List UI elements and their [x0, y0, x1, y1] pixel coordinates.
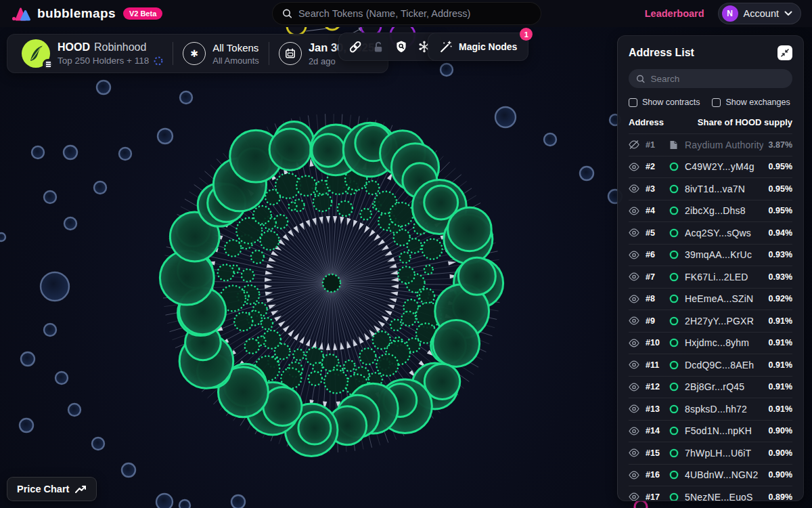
address-row[interactable]: #4 2ibcXg...Dhs8 0.95%	[629, 200, 792, 222]
background-bubble[interactable]	[156, 494, 173, 508]
dotted-holder-bubble[interactable]	[344, 360, 355, 371]
visibility-toggle-eye-icon[interactable]	[629, 360, 640, 369]
address-row[interactable]: #10 Hxjdmc...8yhm 0.91%	[629, 332, 792, 354]
address-row[interactable]: #8 HeEmeA...SZiN 0.92%	[629, 288, 792, 310]
dotted-holder-bubble[interactable]	[360, 209, 371, 219]
dotted-holder-bubble[interactable]	[390, 203, 413, 226]
price-chart-button[interactable]: Price Chart	[7, 477, 97, 501]
leaderboard-link[interactable]: Leaderboard	[645, 8, 704, 19]
visibility-toggle-eye-icon[interactable]	[629, 339, 640, 347]
background-bubble[interactable]	[0, 233, 5, 241]
address-row[interactable]: #13 8spksD...hh72 0.91%	[629, 398, 792, 420]
address-row[interactable]: #12 2Bj8Gr...rQ45 0.91%	[629, 376, 792, 398]
outer-holder-bubble[interactable]	[312, 134, 345, 167]
brand-logo[interactable]: bubblemaps V2 Beta	[11, 5, 162, 22]
address-row[interactable]: #7 FK67Li...2LED 0.93%	[629, 266, 792, 288]
token-search-bar[interactable]	[272, 2, 541, 25]
visibility-toggle-eye-icon[interactable]	[629, 272, 640, 281]
dotted-holder-bubble[interactable]	[359, 348, 376, 364]
dotted-holder-bubble[interactable]	[293, 350, 304, 360]
magic-nodes-button[interactable]: Magic Nodes 1	[428, 33, 528, 61]
address-row[interactable]: #2 C49W2Y...yM4g 0.95%	[629, 156, 792, 178]
show-exchanges-checkbox[interactable]: Show exchanges	[712, 98, 790, 107]
lock-layout-button[interactable]	[369, 37, 388, 57]
outer-holder-bubble[interactable]	[269, 129, 311, 170]
visibility-toggle-eye-off-icon[interactable]	[629, 140, 640, 149]
dotted-holder-bubble[interactable]	[251, 251, 264, 263]
visibility-toggle-eye-icon[interactable]	[629, 184, 640, 193]
dotted-holder-bubble[interactable]	[242, 269, 254, 281]
address-row[interactable]: #6 39mqAA...KrUc 0.93%	[629, 244, 792, 266]
dotted-holder-bubble[interactable]	[253, 206, 271, 224]
collapse-panel-button[interactable]	[777, 45, 792, 60]
visibility-toggle-eye-icon[interactable]	[629, 228, 640, 237]
dotted-holder-bubble[interactable]	[225, 240, 241, 256]
background-bubble[interactable]	[122, 463, 135, 477]
background-bubble[interactable]	[119, 148, 131, 160]
address-row[interactable]: #15 7hWpLH...U6iT 0.90%	[629, 442, 792, 464]
visibility-toggle-eye-icon[interactable]	[629, 427, 640, 436]
address-row[interactable]: #11 DcdQ9C...8AEh 0.91%	[629, 354, 792, 376]
token-filter-selector[interactable]: ✱ All Tokens All Amounts	[173, 42, 269, 66]
dotted-holder-bubble[interactable]	[420, 289, 434, 303]
dotted-holder-bubble[interactable]	[376, 354, 398, 376]
background-bubble[interactable]	[55, 372, 68, 384]
background-bubble[interactable]	[495, 107, 516, 127]
center-bubble[interactable]	[323, 274, 340, 292]
background-bubble[interactable]	[180, 91, 192, 104]
background-bubble[interactable]	[41, 272, 69, 301]
share-link-button[interactable]	[346, 37, 365, 57]
visibility-toggle-eye-icon[interactable]	[629, 316, 640, 325]
outer-holder-bubble[interactable]	[433, 320, 480, 367]
visibility-toggle-eye-icon[interactable]	[629, 471, 640, 480]
background-bubble[interactable]	[544, 133, 556, 146]
dotted-holder-bubble[interactable]	[306, 347, 323, 365]
dotted-holder-bubble[interactable]	[365, 181, 379, 194]
background-bubble[interactable]	[68, 404, 81, 416]
dotted-holder-bubble[interactable]	[218, 265, 234, 281]
show-contracts-checkbox[interactable]: Show contracts	[629, 98, 700, 107]
visibility-toggle-eye-icon[interactable]	[629, 207, 640, 215]
address-row[interactable]: #14 F5od1N...npKH 0.90%	[629, 420, 792, 442]
background-bubble[interactable]	[21, 352, 35, 366]
token-selector[interactable]: HOODRobinhood Top 250 Holders + 118	[12, 39, 173, 68]
address-row[interactable]: #16 4UBdnW...NGN2 0.90%	[629, 464, 792, 486]
background-bubble[interactable]	[158, 129, 173, 144]
inspect-badge-button[interactable]	[392, 37, 411, 57]
background-bubble[interactable]	[580, 167, 593, 180]
dotted-holder-bubble[interactable]	[309, 372, 322, 385]
background-bubble[interactable]	[231, 495, 245, 508]
dotted-holder-bubble[interactable]	[407, 238, 422, 253]
background-bubble[interactable]	[441, 64, 453, 76]
background-bubble[interactable]	[64, 146, 77, 159]
background-bubble[interactable]	[44, 324, 56, 336]
background-bubble[interactable]	[20, 419, 33, 432]
background-bubble[interactable]	[97, 81, 110, 94]
visibility-toggle-eye-icon[interactable]	[629, 492, 640, 501]
dotted-holder-bubble[interactable]	[261, 318, 273, 329]
dotted-holder-bubble[interactable]	[234, 312, 252, 331]
visibility-toggle-eye-icon[interactable]	[629, 383, 640, 391]
dotted-holder-bubble[interactable]	[338, 201, 353, 216]
dotted-holder-bubble[interactable]	[401, 312, 415, 326]
dotted-holder-bubble[interactable]	[245, 339, 260, 354]
center-holder-bubble[interactable]	[323, 274, 340, 292]
background-bubble[interactable]	[179, 500, 190, 508]
address-row[interactable]: #3 8ivT1d...va7N 0.95%	[629, 177, 792, 200]
visibility-toggle-eye-icon[interactable]	[629, 163, 640, 171]
visibility-toggle-eye-icon[interactable]	[629, 448, 640, 457]
dotted-holder-bubble[interactable]	[288, 202, 296, 210]
background-bubble[interactable]	[94, 182, 106, 194]
outer-holder-bubble[interactable]	[298, 412, 331, 444]
dotted-holder-bubble[interactable]	[324, 370, 348, 394]
dotted-holder-bubble[interactable]	[422, 239, 443, 259]
visibility-toggle-eye-icon[interactable]	[629, 251, 640, 259]
visibility-toggle-eye-icon[interactable]	[629, 295, 640, 303]
dotted-holder-bubble[interactable]	[296, 176, 316, 196]
address-search-bar[interactable]	[629, 69, 792, 88]
dotted-holder-bubble[interactable]	[313, 193, 332, 211]
address-search-input[interactable]	[651, 74, 785, 84]
account-button[interactable]: N Account	[718, 3, 801, 24]
cluster-bubble[interactable]	[635, 501, 647, 508]
dotted-holder-bubble[interactable]	[373, 331, 390, 349]
